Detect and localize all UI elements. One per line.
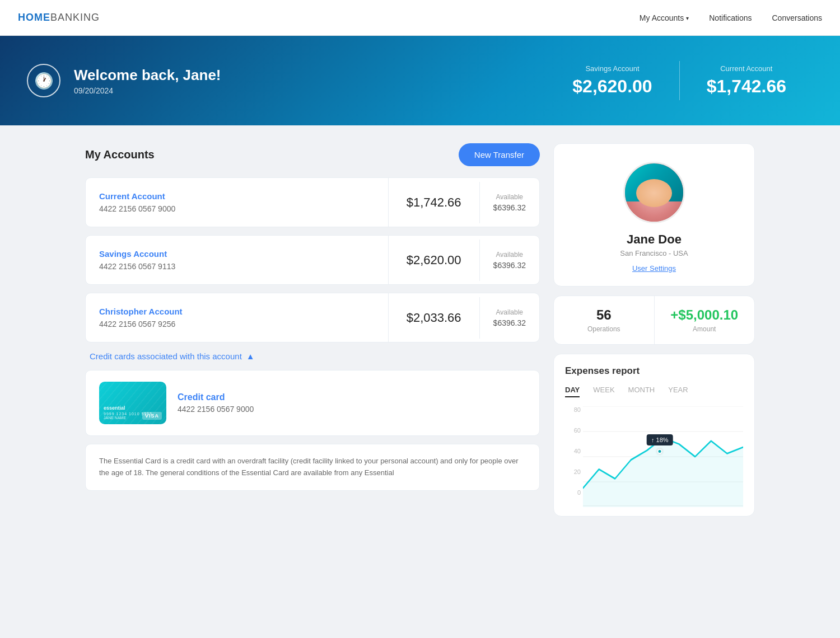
nav-notifications[interactable]: Notifications [709, 13, 752, 22]
hero-banner: 🕐 Welcome back, Jane! 09/20/2024 Savings… [0, 36, 840, 125]
credit-cards-toggle-label: Credit cards associated with this accoun… [90, 351, 242, 361]
chart-yaxis: 80 60 40 20 0 [565, 406, 581, 496]
chart-tooltip: ↑ 18% [647, 434, 673, 445]
available-label-savings: Available [493, 251, 526, 259]
card-details-name[interactable]: Credit card [178, 392, 254, 402]
available-label-current: Available [493, 193, 526, 201]
tab-day[interactable]: DAY [565, 386, 580, 397]
right-panel: Jane Doe San Francisco - USA User Settin… [553, 143, 755, 517]
account-available-christopher: Available $6396.32 [480, 295, 539, 341]
expenses-tabs: DAY WEEK MONTH YEAR [565, 386, 743, 397]
visa-icon: VISA [142, 412, 162, 420]
savings-amount: $2,620.00 [572, 76, 652, 97]
account-card-christopher: Christopher Account 4422 2156 0567 9256 … [85, 293, 540, 343]
nav-right: My Accounts ▾ Notifications Conversation… [640, 13, 822, 22]
avatar-face [625, 163, 683, 222]
svg-marker-5 [583, 438, 743, 507]
account-balance-christopher: $2,033.66 [389, 297, 480, 339]
stat-operations-label: Operations [565, 325, 643, 333]
tab-week[interactable]: WEEK [593, 386, 614, 397]
account-available-savings: Available $6396.32 [480, 237, 539, 283]
avatar [623, 162, 685, 223]
stat-amount-value: +$5,000.10 [666, 307, 744, 323]
logo-home: HOME [18, 12, 50, 24]
current-label: Current Account [707, 64, 786, 73]
nav-my-accounts[interactable]: My Accounts ▾ [640, 13, 689, 22]
new-transfer-button[interactable]: New Transfer [459, 143, 540, 166]
chevron-down-icon: ▾ [686, 15, 689, 21]
expenses-card: Expenses report DAY WEEK MONTH YEAR 80 6… [553, 354, 755, 517]
tab-month[interactable]: MONTH [628, 386, 655, 397]
stat-amount: +$5,000.10 Amount [655, 296, 755, 344]
hero-date: 09/20/2024 [74, 86, 221, 95]
credit-card-item: essential 9999 1234 1010 5555 JANE NAME … [85, 370, 540, 436]
account-info-christopher: Christopher Account 4422 2156 0567 9256 [86, 293, 389, 342]
my-accounts-title: My Accounts [85, 148, 155, 161]
chevron-up-icon: ▲ [246, 351, 255, 361]
expenses-title: Expenses report [565, 365, 743, 377]
stat-operations: 56 Operations [554, 296, 654, 344]
available-amount-current: $6396.32 [493, 203, 526, 212]
stat-amount-label: Amount [666, 325, 744, 333]
hero-greeting: Welcome back, Jane! 09/20/2024 [74, 67, 221, 95]
hero-left: 🕐 Welcome back, Jane! 09/20/2024 [27, 64, 221, 97]
nav-conversations[interactable]: Conversations [772, 13, 823, 22]
account-name-christopher[interactable]: Christopher Account [99, 307, 375, 316]
avatar-skin [636, 179, 672, 207]
available-amount-christopher: $6396.32 [493, 318, 526, 327]
chart-tooltip-dot [657, 449, 662, 454]
account-balance-savings: $2,620.00 [389, 240, 480, 281]
card-details-number: 4422 2156 0567 9000 [178, 405, 254, 414]
account-available-current: Available $6396.32 [480, 180, 539, 226]
account-name-savings[interactable]: Savings Account [99, 249, 375, 259]
left-panel: My Accounts New Transfer Current Account… [85, 143, 540, 517]
account-info-savings: Savings Account 4422 2156 0567 9113 [86, 236, 389, 284]
account-description: The Essential Card is a credit card with… [85, 444, 540, 491]
account-number-savings: 4422 2156 0567 9113 [99, 262, 375, 271]
account-info-current: Current Account 4422 2156 0567 9000 [86, 178, 389, 227]
chart-svg: ↑ 18% [583, 406, 743, 507]
savings-label: Savings Account [572, 64, 652, 73]
chart-area: 80 60 40 20 0 [565, 406, 743, 507]
user-name: Jane Doe [567, 232, 741, 247]
account-card-savings: Savings Account 4422 2156 0567 9113 $2,6… [85, 235, 540, 285]
profile-card: Jane Doe San Francisco - USA User Settin… [553, 143, 755, 287]
clock-icon: 🕐 [27, 64, 60, 97]
stat-operations-value: 56 [565, 307, 643, 323]
hero-current-account: Current Account $1,742.66 [680, 64, 813, 97]
account-name-current[interactable]: Current Account [99, 191, 375, 201]
account-number-christopher: 4422 2156 0567 9256 [99, 320, 375, 329]
stats-row: 56 Operations +$5,000.10 Amount [553, 295, 755, 345]
available-amount-savings: $6396.32 [493, 261, 526, 270]
section-header: My Accounts New Transfer [85, 143, 540, 166]
account-number-current: 4422 2156 0567 9000 [99, 204, 375, 213]
logo-banking: BANKING [50, 12, 100, 24]
available-label-christopher: Available [493, 308, 526, 316]
hero-welcome-text: Welcome back, Jane! [74, 67, 221, 84]
card-details: Credit card 4422 2156 0567 9000 [178, 392, 254, 414]
main-content: My Accounts New Transfer Current Account… [67, 125, 773, 534]
current-amount: $1,742.66 [707, 76, 786, 97]
navbar: HOME BANKING My Accounts ▾ Notifications… [0, 0, 840, 36]
account-balance-current: $1,742.66 [389, 182, 480, 223]
user-settings-link[interactable]: User Settings [567, 264, 741, 273]
logo: HOME BANKING [18, 12, 100, 24]
tab-year[interactable]: YEAR [668, 386, 688, 397]
hero-right: Savings Account $2,620.00 Current Accoun… [545, 61, 813, 100]
card-visual: essential 9999 1234 1010 5555 JANE NAME … [99, 382, 166, 424]
account-card-current: Current Account 4422 2156 0567 9000 $1,7… [85, 177, 540, 227]
credit-cards-toggle[interactable]: Credit cards associated with this accoun… [90, 351, 540, 361]
hero-savings-account: Savings Account $2,620.00 [545, 64, 679, 97]
user-location: San Francisco - USA [567, 249, 741, 257]
card-logo: essential [104, 405, 162, 411]
account-desc-text: The Essential Card is a credit card with… [99, 456, 526, 479]
